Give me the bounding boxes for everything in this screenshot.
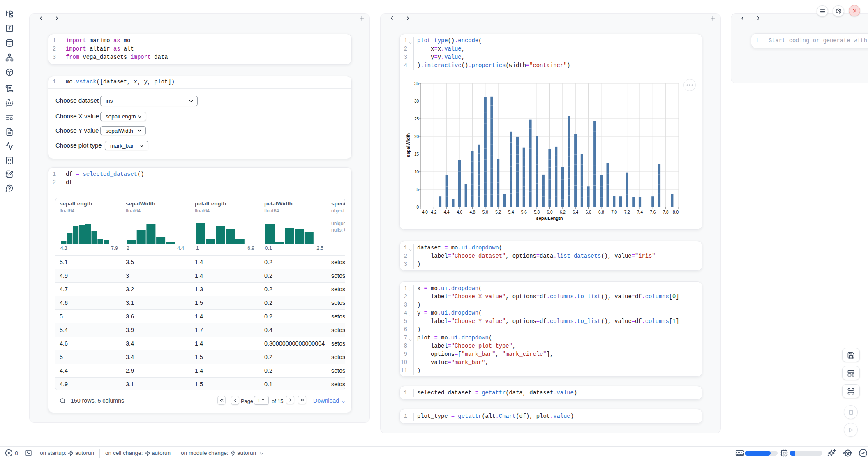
svg-text:5.0: 5.0 bbox=[482, 210, 488, 214]
svg-text:4.6: 4.6 bbox=[457, 210, 462, 214]
svg-text:4.8: 4.8 bbox=[469, 210, 475, 214]
svg-text:6.8: 6.8 bbox=[598, 210, 604, 214]
svg-text:0: 0 bbox=[416, 205, 419, 210]
svg-text:5: 5 bbox=[416, 187, 419, 192]
svg-text:5.2: 5.2 bbox=[495, 210, 501, 214]
svg-text:8.0: 8.0 bbox=[673, 210, 679, 214]
svg-text:7.4: 7.4 bbox=[637, 210, 643, 214]
svg-text:15: 15 bbox=[414, 152, 419, 157]
svg-text:10: 10 bbox=[414, 170, 419, 174]
svg-text:5.4: 5.4 bbox=[508, 210, 514, 214]
svg-text:20: 20 bbox=[414, 134, 419, 139]
svg-text:7.2: 7.2 bbox=[624, 210, 630, 214]
svg-text:sepalLength: sepalLength bbox=[536, 216, 563, 221]
svg-text:5.8: 5.8 bbox=[534, 210, 540, 214]
svg-text:5.6: 5.6 bbox=[521, 210, 527, 214]
svg-text:6.2: 6.2 bbox=[560, 210, 566, 214]
svg-text:7.8: 7.8 bbox=[663, 210, 669, 214]
svg-text:30: 30 bbox=[414, 99, 419, 104]
svg-text:7.0: 7.0 bbox=[611, 210, 617, 214]
svg-text:6.4: 6.4 bbox=[573, 210, 578, 214]
svg-text:7.6: 7.6 bbox=[650, 210, 656, 214]
svg-text:6.0: 6.0 bbox=[547, 210, 553, 214]
svg-text:4.2: 4.2 bbox=[431, 210, 436, 214]
svg-text:35: 35 bbox=[414, 81, 419, 86]
svg-text:4.4: 4.4 bbox=[444, 210, 450, 214]
svg-text:sepalWidth: sepalWidth bbox=[406, 133, 411, 157]
svg-text:25: 25 bbox=[414, 117, 419, 121]
svg-text:4.0: 4.0 bbox=[422, 210, 428, 214]
svg-text:6.6: 6.6 bbox=[586, 210, 591, 214]
